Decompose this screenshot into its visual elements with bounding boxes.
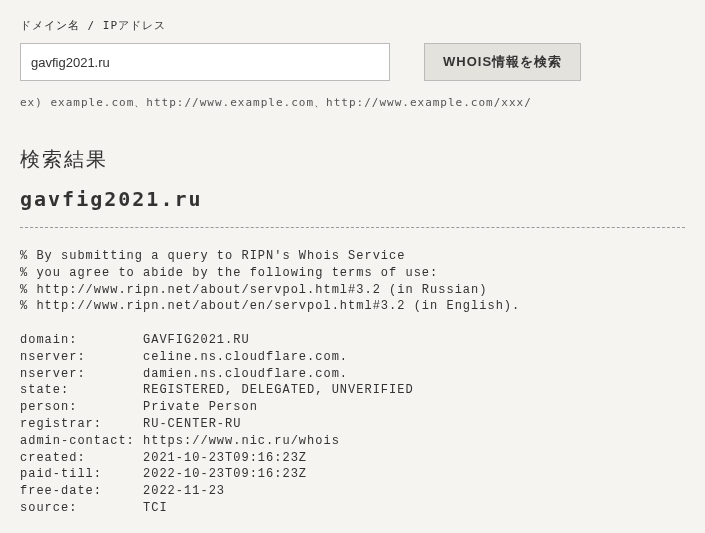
- search-controls: WHOIS情報を検索: [20, 43, 685, 81]
- result-heading: 検索結果: [20, 146, 685, 173]
- domain-input-label: ドメイン名 / IPアドレス: [20, 18, 685, 33]
- domain-input[interactable]: [20, 43, 390, 81]
- result-domain: gavfig2021.ru: [20, 187, 685, 211]
- whois-output: % By submitting a query to RIPN's Whois …: [20, 248, 685, 533]
- separator: [20, 227, 685, 228]
- example-text: ex) example.com、http://www.example.com、h…: [20, 95, 685, 110]
- whois-search-button[interactable]: WHOIS情報を検索: [424, 43, 581, 81]
